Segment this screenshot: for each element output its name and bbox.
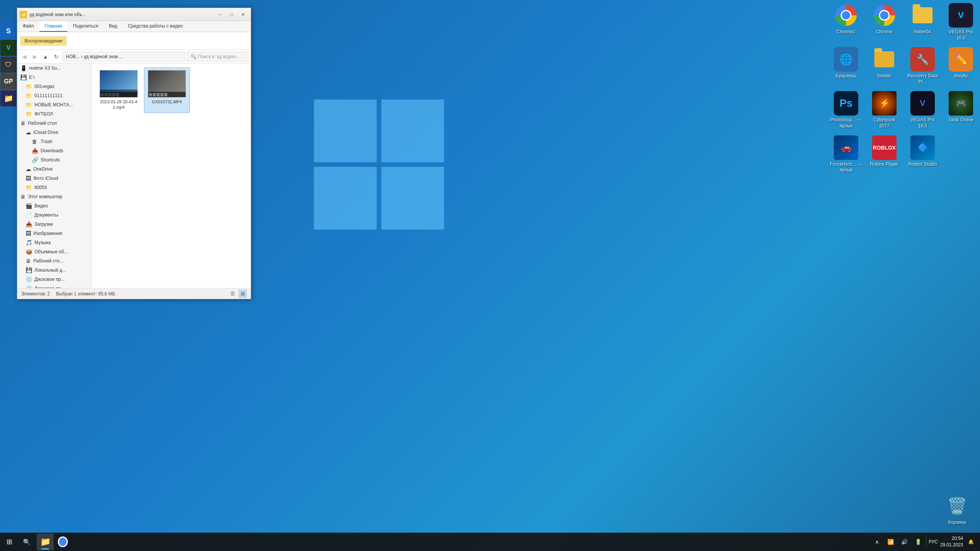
left-app-vegas[interactable]: V	[0, 40, 16, 56]
left-app-spacedesk[interactable]: S	[0, 23, 16, 39]
desktop-icon-chrome[interactable]: Chrome	[865, 0, 903, 44]
sidebar-item-lt0055[interactable]: 📁 lt0055	[17, 183, 91, 192]
minimize-button[interactable]: ─	[215, 10, 225, 19]
desktop-icon-label-vegas16: VEGAS Pro 16.0	[944, 29, 978, 41]
sidebar-item-music[interactable]: 🎵 Музыка	[17, 238, 91, 247]
desktop-icon-label-browsers: Браузеры	[836, 73, 856, 79]
sidebar-item-foto-icloud[interactable]: 🖼 Фото iCloud	[17, 174, 91, 183]
left-app-folder[interactable]: 📁	[0, 90, 16, 106]
sidebar-item-3d[interactable]: 📦 Объемные об...	[17, 247, 91, 256]
folder-icon-0: 📁	[26, 83, 32, 90]
desktop-icon-label-ps: Photoshop... — ярлык	[829, 117, 863, 129]
sidebar-item-disk2[interactable]: 💿 Дисковое пр...	[17, 284, 91, 288]
desktop-icon-label-cyberpunk: Cyberpunk 2077	[867, 117, 901, 129]
refresh-button[interactable]: ↻	[52, 52, 61, 61]
sidebar-item-rabochiy[interactable]: 🖥 Рабочий сто...	[17, 256, 91, 266]
sidebar-item-disk1[interactable]: 💿 Дисковое пр...	[17, 275, 91, 284]
sidebar-item-trash[interactable]: 🗑 .Trash	[17, 137, 91, 146]
taskbar-search-button[interactable]: 🔍	[18, 533, 35, 550]
sidebar-item-futbol[interactable]: 📁 ФУТБОЛ	[17, 109, 91, 119]
taskbar-app-explorer[interactable]: 📁	[37, 533, 54, 550]
ribbon-tabs: Файл Главная Поделиться Вид Средства раб…	[17, 21, 251, 32]
desktop-icon-tanki[interactable]: 🎮 Tanki Online	[942, 88, 980, 132]
desktop-icon-label-vegas18: VEGAS Pro 18.0	[906, 117, 939, 129]
tray-volume[interactable]: 🔊	[899, 536, 910, 547]
sidebar-item-onedrive[interactable]: ☁ OneDrive	[17, 165, 91, 174]
sidebar-item-001vegas[interactable]: 📁 001vegas	[17, 82, 91, 91]
taskbar-app-chrome[interactable]	[54, 533, 71, 550]
sidebar-item-zagruzki[interactable]: 📥 Загрузки	[17, 220, 91, 229]
window-title: уд водяной знак или объ...	[29, 12, 212, 17]
rabochiy-icon: 🖥	[26, 258, 31, 264]
sidebar-item-downloads[interactable]: 📥 Downloads	[17, 146, 91, 155]
file-item-1[interactable]: GX010731.MP4	[144, 67, 190, 113]
up-button[interactable]: ▲	[41, 52, 50, 61]
icon-view-button[interactable]: ⊞	[238, 290, 247, 298]
sidebar-label-novye: НОВЫЕ МОНТА...	[34, 102, 73, 108]
sidebar-item-e-drive[interactable]: 💾 E:\	[17, 73, 91, 82]
explorer-window: 📁 уд водяной знак или объ... ─ □ ✕ Файл …	[17, 8, 251, 299]
explorer-body: 📱 realme X3 Su... 💾 E:\ 📁 001vegas 📁 011…	[17, 64, 251, 288]
play-button[interactable]: Воспроизведение	[20, 36, 67, 46]
desktop-icon-doodly[interactable]: ✏️ doodly	[942, 44, 980, 88]
desktop-icon-forza[interactable]: 🚗 ForzaHoriz... — ярлык	[827, 132, 865, 176]
desktop-icon-roblox[interactable]: ROBLOX Roblox Player	[865, 132, 903, 176]
sidebar-item-desktop[interactable]: 🖥 Рабочий стол	[17, 119, 91, 128]
sidebar-item-local-disk[interactable]: 💾 Локальный д...	[17, 266, 91, 275]
tab-file[interactable]: Файл	[17, 21, 39, 32]
left-app-gopro[interactable]: GP	[0, 73, 16, 90]
back-button[interactable]: ◀	[20, 52, 29, 61]
desktop-icon-browsers[interactable]: 🌐 Браузеры	[827, 44, 865, 88]
desktop-icon-folder04[interactable]: folder04	[903, 0, 942, 44]
sidebar-item-video[interactable]: 🎬 Видео	[17, 201, 91, 210]
desktop-icon-label-recovery: Recovery Data Pr...	[906, 73, 939, 85]
desktop-icon-recovery[interactable]: 🔧 Recovery Data Pr...	[903, 44, 942, 88]
ribbon-active-bar: Воспроизведение	[17, 32, 251, 50]
folder-icon-2: 📁	[26, 102, 32, 108]
file-item-0[interactable]: 2023-01-29 20-43-41.mp4	[96, 67, 142, 113]
close-button[interactable]: ✕	[238, 10, 248, 19]
sidebar-item-realme[interactable]: 📱 realme X3 Su...	[17, 64, 91, 73]
tray-chevron[interactable]: ∧	[872, 536, 882, 547]
sidebar-item-novye[interactable]: 📁 НОВЫЕ МОНТА...	[17, 100, 91, 109]
desktop-icon-cyberpunk[interactable]: ⚡ Cyberpunk 2077	[865, 88, 903, 132]
sidebar-label-001vegas: 001vegas	[34, 84, 54, 89]
desktop-icon-robloxstudio[interactable]: 🔷 Roblox Studio	[903, 132, 942, 176]
address-bar: ◀ ▶ ▲ ↻ НОВ... › уд водяной знак ... 🔍 П…	[17, 50, 251, 64]
status-bar: Элементов: 2 Выбран 1 элемент: 95,6 МБ ☰…	[17, 288, 251, 299]
left-app-security[interactable]: 🛡	[0, 57, 16, 73]
desktop-icon-trash[interactable]: 🗑️ Корзина	[938, 491, 976, 529]
desktop-icon-chrome2[interactable]: Chrome2	[827, 0, 865, 44]
sidebar-item-documents[interactable]: 📄 Документы	[17, 210, 91, 220]
maximize-button[interactable]: □	[226, 10, 237, 19]
notification-center-button[interactable]: 🔔	[965, 536, 976, 547]
file-name-1: GX010731.MP4	[152, 99, 182, 104]
search-box[interactable]: 🔍 Поиск в: уд водян...	[187, 52, 248, 62]
sidebar-item-this-pc[interactable]: 🖥 Этот компьютер	[17, 192, 91, 201]
3d-icon: 📦	[26, 249, 32, 255]
search-placeholder: Поиск в: уд водян...	[198, 54, 239, 59]
desktop-icon-vegas18[interactable]: V VEGAS Pro 18.0	[903, 88, 942, 132]
tray-battery[interactable]: 🔋	[913, 536, 924, 547]
file-thumbnail-0	[100, 70, 138, 98]
tray-network[interactable]: 📶	[885, 536, 896, 547]
tab-view[interactable]: Вид	[103, 21, 122, 32]
list-view-button[interactable]: ☰	[229, 290, 237, 298]
tab-share[interactable]: Поделиться	[67, 21, 103, 32]
address-path[interactable]: НОВ... › уд водяной знак ...	[62, 52, 186, 62]
sidebar-item-shortcuts[interactable]: 🔗 Shortcuts	[17, 155, 91, 165]
desktop-icon-ps[interactable]: Ps Photoshop... — ярлык	[827, 88, 865, 132]
desktop-icon-vegas16[interactable]: V VEGAS Pro 16.0	[942, 0, 980, 44]
icloud-icon: ☁	[26, 129, 31, 135]
sidebar-item-icloud[interactable]: ☁ iCloud Drive	[17, 128, 91, 137]
start-button[interactable]: ⊞	[0, 533, 18, 551]
forward-button[interactable]: ▶	[30, 52, 39, 61]
sidebar-item-01111[interactable]: 📁 01111111111	[17, 91, 91, 100]
sidebar-item-images[interactable]: 🖼 Изображения	[17, 229, 91, 238]
taskbar-lang[interactable]: РУС	[929, 539, 938, 544]
tab-home[interactable]: Главная	[39, 21, 68, 32]
tab-video-tools[interactable]: Средства работы с видео	[122, 21, 188, 32]
folder-icon-1: 📁	[26, 93, 32, 99]
desktop-icon-foolder[interactable]: foolder	[865, 44, 903, 88]
taskbar-clock[interactable]: 20:54 29.01.2023	[940, 535, 963, 548]
